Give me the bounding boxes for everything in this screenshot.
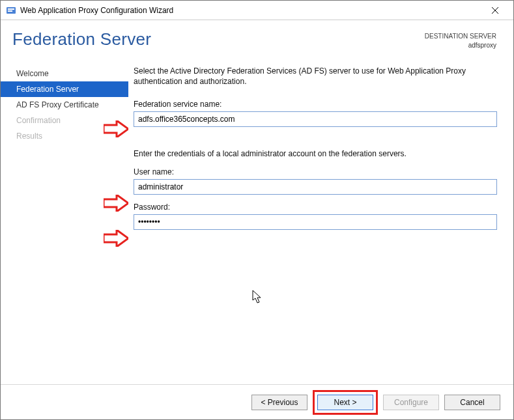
cursor-icon bbox=[252, 290, 263, 304]
username-label: User name: bbox=[134, 167, 499, 176]
arrow-icon bbox=[104, 230, 128, 247]
destination-label: DESTINATION SERVER bbox=[425, 32, 496, 41]
cancel-button[interactable]: Cancel bbox=[444, 395, 500, 410]
page-title: Federation Server bbox=[12, 29, 425, 49]
destination-value: adfsproxy bbox=[425, 41, 496, 50]
close-button[interactable] bbox=[482, 1, 508, 20]
wizard-window: Web Application Proxy Configuration Wiza… bbox=[0, 0, 514, 420]
federation-service-label: Federation service name: bbox=[134, 100, 499, 109]
next-button[interactable]: Next > bbox=[317, 395, 373, 410]
federation-service-input[interactable] bbox=[134, 111, 497, 127]
sidebar-item-federation-server[interactable]: Federation Server bbox=[1, 81, 128, 97]
app-icon bbox=[6, 5, 16, 16]
sidebar-item-adfs-proxy-certificate[interactable]: AD FS Proxy Certificate bbox=[1, 97, 128, 113]
footer: < Previous Next > Configure Cancel bbox=[1, 384, 513, 419]
titlebar: Web Application Proxy Configuration Wiza… bbox=[1, 1, 513, 20]
window-title: Web Application Proxy Configuration Wiza… bbox=[20, 6, 482, 15]
previous-button[interactable]: < Previous bbox=[251, 395, 307, 410]
credentials-instruction: Enter the credentials of a local adminis… bbox=[134, 149, 499, 158]
password-label: Password: bbox=[134, 203, 499, 212]
next-button-highlight: Next > bbox=[313, 390, 378, 415]
password-input[interactable] bbox=[134, 214, 497, 230]
body: Welcome Federation Server AD FS Proxy Ce… bbox=[1, 62, 513, 384]
instruction-text: Select the Active Directory Federation S… bbox=[134, 66, 498, 87]
arrow-icon bbox=[104, 195, 128, 212]
wizard-sidebar: Welcome Federation Server AD FS Proxy Ce… bbox=[1, 62, 128, 384]
content-pane: Select the Active Directory Federation S… bbox=[128, 62, 513, 384]
destination-server: DESTINATION SERVER adfsproxy bbox=[425, 32, 496, 50]
header: Federation Server DESTINATION SERVER adf… bbox=[1, 20, 513, 62]
arrow-icon bbox=[104, 120, 128, 137]
configure-button: Configure bbox=[383, 395, 439, 410]
sidebar-item-welcome[interactable]: Welcome bbox=[1, 66, 128, 81]
svg-rect-1 bbox=[8, 8, 14, 10]
svg-rect-2 bbox=[8, 10, 12, 12]
username-input[interactable] bbox=[134, 179, 497, 195]
